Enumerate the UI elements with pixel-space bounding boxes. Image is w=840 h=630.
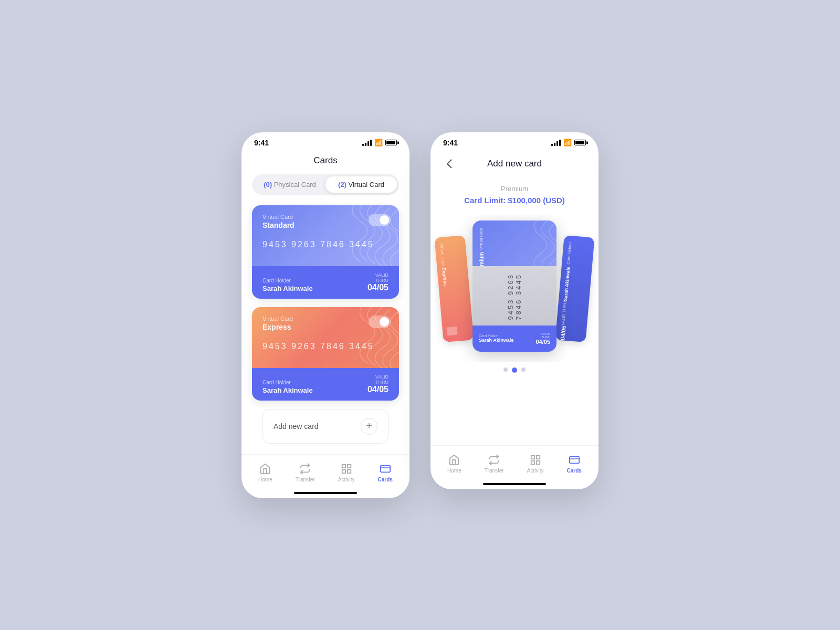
center-card-number: 9453 9263 7846 3445	[507, 271, 522, 320]
card2-holder-label: Card Holder	[262, 380, 313, 385]
nav-transfer-label-2: Transfer	[485, 468, 504, 474]
battery-icon-2	[574, 140, 586, 145]
nav-transfer-2[interactable]: Transfer	[478, 452, 510, 476]
svg-rect-3	[347, 469, 350, 472]
svg-rect-2	[342, 469, 345, 472]
back-button[interactable]	[441, 155, 458, 172]
nav-home-label-2: Home	[447, 468, 461, 474]
tab-switcher: (0) Physical Card (2) Virtual Card	[252, 174, 399, 195]
signal-icon-2	[551, 140, 561, 146]
center-valid-date: 04/05	[536, 339, 550, 345]
add-card-plus-icon: +	[361, 418, 377, 435]
cards-icon-active	[380, 463, 391, 475]
status-icons-2: 📶	[551, 139, 586, 146]
dot-indicators	[430, 362, 598, 383]
nav-cards-1[interactable]: Cards	[372, 461, 399, 485]
transfer-icon-2	[488, 454, 500, 466]
nav-activity-label-1: Activity	[338, 477, 355, 482]
home-indicator-2	[483, 483, 546, 485]
nav-cards-label-1: Cards	[378, 477, 393, 482]
card-express[interactable]: Virtual Card Express 9453 9263 7846 3445	[252, 307, 399, 401]
svg-rect-4	[381, 465, 390, 472]
premium-section: Premium Card Limit: $100,000 (USD)	[430, 176, 598, 215]
add-card-button[interactable]: Add new card +	[262, 409, 388, 444]
center-holder-name: Sarah Akinwale	[479, 338, 513, 343]
battery-icon	[385, 140, 397, 145]
carousel-card-left[interactable]: Virtual Card Express	[434, 235, 474, 342]
center-valid-label: VALIDTHRU	[536, 332, 550, 339]
card2-bottom: Card Holder Sarah Akinwale VALIDTHRU 04/…	[252, 368, 399, 401]
card-standard[interactable]: Virtual Card Standard 9453 9263	[252, 205, 399, 299]
card1-valid-label: VALIDTHRU	[368, 272, 388, 283]
card1-waves	[331, 205, 399, 266]
wifi-icon-2: 📶	[563, 139, 572, 146]
svg-rect-1	[347, 464, 350, 467]
nav-transfer-label-1: Transfer	[296, 477, 315, 482]
wifi-icon: 📶	[374, 139, 383, 146]
svg-rect-8	[531, 460, 534, 464]
carousel-card-right[interactable]: Card Holder Sarah Akinwale VALID THRU 04…	[555, 235, 594, 342]
nav-activity-label-2: Activity	[527, 468, 544, 474]
nav-home-1[interactable]: Home	[252, 461, 279, 485]
phone-add-card: 9:41 📶 Add new card	[430, 132, 598, 489]
center-card-name: Premium	[479, 252, 485, 266]
nav-home-2[interactable]: Home	[441, 452, 468, 476]
dot-3[interactable]	[521, 368, 526, 372]
svg-rect-7	[536, 455, 539, 458]
right-card-type: Card Holder	[566, 242, 573, 265]
right-card-valid-date: 04/05	[559, 326, 566, 340]
card2-holder-name: Sarah Akinwale	[262, 386, 313, 394]
add-card-page-title: Add new card	[487, 159, 542, 169]
activity-icon	[341, 463, 352, 475]
home-icon	[259, 463, 271, 475]
svg-rect-9	[536, 460, 539, 464]
status-bar: 9:41 📶	[242, 132, 410, 151]
cards-list: Virtual Card Standard 9453 9263	[242, 205, 410, 454]
right-card-valid-label: VALID THRU	[561, 301, 568, 326]
time: 9:41	[254, 139, 269, 147]
cards-icon-active-2	[569, 454, 580, 466]
status-bar-2: 9:41 📶	[430, 132, 598, 151]
dot-2[interactable]	[512, 368, 517, 373]
carousel-card-center[interactable]: Virtual Card Premium 9453 9263 7846 3445…	[472, 220, 556, 352]
tab-physical[interactable]: (0) Physical Card	[254, 176, 326, 193]
nav-activity-2[interactable]: Activity	[521, 452, 550, 476]
left-card-chip	[446, 326, 457, 335]
card1-holder-name: Sarah Akinwale	[262, 285, 313, 292]
svg-rect-0	[342, 464, 345, 467]
nav-cards-label-2: Cards	[567, 468, 582, 474]
left-card-type: Virtual Card	[439, 243, 446, 266]
bottom-nav-2: Home Transfer Activity	[430, 445, 598, 480]
plan-label: Premium	[430, 185, 598, 193]
card1-valid-date: 04/05	[368, 283, 388, 292]
card1-bottom: Card Holder Sarah Akinwale VALIDTHRU 04/…	[252, 266, 399, 299]
home-indicator-1	[294, 492, 357, 494]
nav-transfer-1[interactable]: Transfer	[289, 461, 321, 485]
bottom-nav-1: Home Transfer Activity	[242, 454, 410, 489]
card2-valid-date: 04/05	[368, 385, 388, 394]
activity-icon-2	[530, 454, 541, 466]
right-card-name: Sarah Akinwale	[563, 266, 571, 301]
nav-home-label-1: Home	[258, 477, 272, 482]
svg-rect-6	[531, 455, 534, 458]
time-2: 9:41	[443, 139, 458, 147]
cards-carousel: Virtual Card Express Virtual Card Premiu…	[430, 215, 598, 362]
nav-activity-1[interactable]: Activity	[332, 461, 361, 485]
nav-cards-2[interactable]: Cards	[561, 452, 588, 476]
phone-cards-list: 9:41 📶 Cards (0) Physical Card	[242, 132, 410, 498]
card1-holder-label: Card Holder	[262, 278, 313, 284]
tab-virtual[interactable]: (2) Virtual Card	[326, 176, 397, 193]
add-card-label: Add new card	[274, 422, 319, 430]
left-card-name: Express	[441, 267, 448, 286]
status-icons: 📶	[362, 139, 397, 146]
phones-container: 9:41 📶 Cards (0) Physical Card	[242, 132, 598, 498]
dot-1[interactable]	[503, 368, 508, 372]
center-holder-label: Card Holder	[479, 334, 513, 338]
back-header: Add new card	[430, 151, 598, 176]
center-card-type: Virtual Card	[479, 228, 484, 250]
page-title: Cards	[242, 151, 410, 174]
home-icon-2	[448, 454, 460, 466]
signal-icon	[362, 140, 372, 146]
card-limit-label: Card Limit: $100,000 (USD)	[430, 196, 598, 205]
transfer-icon	[299, 463, 311, 475]
